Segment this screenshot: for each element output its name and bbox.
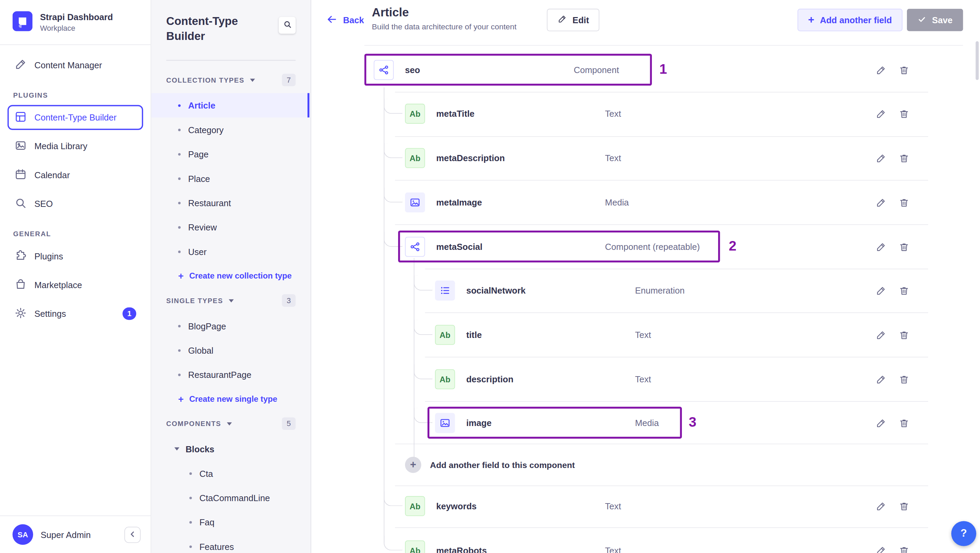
edit-field-button[interactable] <box>875 418 886 428</box>
component-group-blocks[interactable]: Blocks <box>151 437 311 461</box>
scrollbar-thumb[interactable] <box>975 41 978 80</box>
nav-section-general: GENERAL <box>8 220 143 244</box>
text-glyph: Ab <box>409 546 420 553</box>
back-label: Back <box>343 15 364 25</box>
section-label: COMPONENTS <box>166 420 221 427</box>
create-collection-type-link[interactable]: +Create new collection type <box>151 264 311 288</box>
edit-field-button[interactable] <box>875 285 886 296</box>
component-icon <box>405 237 425 257</box>
nav-media-library[interactable]: Media Library <box>8 134 143 159</box>
edit-field-button[interactable] <box>875 108 886 119</box>
field-type: Text <box>605 501 621 511</box>
nav-calendar[interactable]: Calendar <box>8 162 143 188</box>
write-icon <box>14 58 27 72</box>
field-name: metaRobots <box>436 545 605 553</box>
item-label: RestaurantPage <box>188 370 251 380</box>
component-icon <box>374 60 394 80</box>
delete-field-button[interactable] <box>899 330 909 340</box>
nav-label: Plugins <box>35 251 63 261</box>
add-field-label: Add another field to this component <box>430 460 575 469</box>
edit-button[interactable]: Edit <box>547 9 600 32</box>
delete-field-button[interactable] <box>899 501 909 512</box>
collection-type-category[interactable]: Category <box>151 118 311 141</box>
component-ctacommandline[interactable]: CtaCommandLine <box>151 485 311 510</box>
nav-content-type-builder[interactable]: Content-Type Builder <box>8 105 143 130</box>
component-cta[interactable]: Cta <box>151 461 311 485</box>
edit-field-button[interactable] <box>875 65 886 75</box>
create-single-type-link[interactable]: +Create new single type <box>151 387 311 411</box>
delete-field-button[interactable] <box>899 65 909 75</box>
edit-field-button[interactable] <box>875 197 886 208</box>
collection-type-page[interactable]: Page <box>151 141 311 166</box>
field-type: Component (repeatable) <box>605 242 700 251</box>
collection-types-count: 7 <box>282 74 295 86</box>
plus-icon: + <box>178 393 184 404</box>
panel-search-button[interactable] <box>278 17 295 33</box>
settings-badge: 1 <box>123 308 136 320</box>
delete-field-button[interactable] <box>899 545 909 553</box>
edit-field-button[interactable] <box>875 153 886 164</box>
edit-field-button[interactable] <box>875 330 886 340</box>
page-subtitle: Build the data architecture of your cont… <box>372 22 517 32</box>
item-label: Article <box>188 100 215 110</box>
collection-type-user[interactable]: User <box>151 239 311 264</box>
delete-field-button[interactable] <box>899 418 909 428</box>
back-link[interactable]: Back <box>326 0 364 40</box>
text-field-icon: Ab <box>435 369 455 389</box>
add-field-to-component-button[interactable]: + Add another field to this component <box>364 443 963 487</box>
single-type-blogpage[interactable]: BlogPage <box>151 314 311 338</box>
annotation-number-2: 2 <box>729 238 736 254</box>
chevron-down-icon <box>250 78 255 82</box>
component-faq[interactable]: Faq <box>151 510 311 534</box>
edit-field-button[interactable] <box>875 545 886 553</box>
nav-marketplace[interactable]: Marketplace <box>8 272 143 297</box>
bullet-icon <box>178 104 181 106</box>
save-button[interactable]: Save <box>907 9 963 32</box>
picture-icon <box>14 139 27 153</box>
delete-field-button[interactable] <box>899 153 909 164</box>
edit-field-button[interactable] <box>875 501 886 512</box>
item-label: Global <box>188 345 213 355</box>
nav-settings[interactable]: Settings 1 <box>8 301 143 326</box>
field-name: socialNetwork <box>466 285 635 295</box>
collapse-sidebar-button[interactable] <box>124 526 141 543</box>
add-another-field-button[interactable]: + Add another field <box>797 9 902 32</box>
row-divider <box>364 45 963 46</box>
collection-type-article[interactable]: Article <box>151 93 311 118</box>
field-row-description: Ab description Text <box>364 358 963 401</box>
single-types-header[interactable]: SINGLE TYPES 3 <box>166 288 296 314</box>
components-header[interactable]: COMPONENTS 5 <box>166 411 296 437</box>
nav-seo[interactable]: SEO <box>8 191 143 216</box>
nav-content-manager[interactable]: Content Manager <box>8 52 143 78</box>
bullet-icon <box>189 496 192 499</box>
link-label: Create new collection type <box>189 271 292 280</box>
delete-field-button[interactable] <box>899 374 909 385</box>
collection-type-restaurant[interactable]: Restaurant <box>151 191 311 215</box>
media-field-icon <box>405 192 425 213</box>
nav-plugins[interactable]: Plugins <box>8 244 143 269</box>
calendar-icon <box>14 168 27 182</box>
delete-field-button[interactable] <box>899 197 909 208</box>
delete-field-button[interactable] <box>899 108 909 119</box>
single-type-restaurantpage[interactable]: RestaurantPage <box>151 362 311 387</box>
item-label: Features <box>199 541 234 551</box>
delete-field-button[interactable] <box>899 242 909 252</box>
edit-field-button[interactable] <box>875 242 886 252</box>
delete-field-button[interactable] <box>899 285 909 296</box>
text-field-icon: Ab <box>435 325 455 345</box>
page-title-block: Article Build the data architecture of y… <box>372 5 517 31</box>
field-row-metaRobots: Ab metaRobots Text <box>364 528 963 553</box>
chevron-down-icon <box>175 448 180 451</box>
component-features[interactable]: Features <box>151 534 311 553</box>
edit-field-button[interactable] <box>875 374 886 385</box>
single-type-global[interactable]: Global <box>151 338 311 362</box>
collection-type-review[interactable]: Review <box>151 215 311 239</box>
text-field-icon: Ab <box>405 540 425 553</box>
help-button[interactable]: ? <box>951 521 976 546</box>
collection-type-place[interactable]: Place <box>151 166 311 191</box>
text-glyph: Ab <box>439 330 450 339</box>
text-glyph: Ab <box>409 153 420 162</box>
collection-types-header[interactable]: COLLECTION TYPES 7 <box>166 67 296 93</box>
field-row-title: Ab title Text <box>364 313 963 357</box>
nav-label: Media Library <box>35 141 88 151</box>
